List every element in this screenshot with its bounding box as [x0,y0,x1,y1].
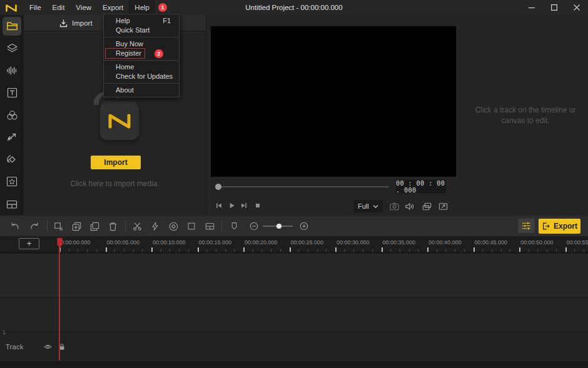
ruler-tick [565,247,567,252]
star-box-icon [3,172,21,191]
media-folder-icon [3,17,21,36]
sidebar-item-split-screen[interactable] [0,193,24,216]
ruler-tick [382,247,383,252]
add-copy-button[interactable] [68,220,85,232]
sidebar-item-transitions[interactable] [0,126,24,149]
play-button[interactable] [225,200,238,211]
canvas-hint-text: Click a track on the timeline or canvas … [464,105,587,126]
timeline-row-middle[interactable] [0,297,588,331]
volume-button[interactable] [404,201,415,212]
help-menu-item-home[interactable]: Home [104,62,179,72]
next-frame-button[interactable] [238,200,250,211]
ruler-tick [261,249,262,252]
timeline-track-row[interactable] [0,332,588,361]
sidebar-item-audio[interactable] [0,59,24,82]
menu-help[interactable]: Help [129,0,155,15]
cut-button[interactable] [128,220,146,232]
previous-frame-button[interactable] [213,200,225,211]
ruler-label: 0:00:00.000 [61,239,91,246]
ruler-tick [198,247,199,252]
fullscreen-button[interactable] [437,201,449,212]
stop-button[interactable] [251,200,264,211]
crop-button[interactable] [183,220,200,232]
playhead-flag[interactable] [57,238,63,248]
tab-import[interactable]: Import [59,18,93,28]
ruler-tick [427,247,428,252]
close-button[interactable] [565,0,588,15]
timecode-display: 00 : 00 : 00 . 000 [396,180,446,193]
ruler-tick [142,249,143,252]
export-icon [542,222,550,231]
sidebar-item-effects[interactable] [0,171,24,193]
seek-track[interactable] [220,186,389,187]
dual-screen-button[interactable] [421,201,432,212]
duplicate-button[interactable] [86,220,103,232]
ruler-tick [363,249,363,252]
sidebar-item-elements[interactable] [0,37,24,60]
seek-handle[interactable] [215,184,221,190]
help-menu-item-check-updates[interactable]: Check for Updates [104,72,179,81]
menu-export[interactable]: Export [97,0,129,15]
timeline-row-upper[interactable] [0,254,588,297]
ruler-tick [400,249,400,252]
help-menu-item-about[interactable]: About [104,86,179,95]
video-canvas[interactable] [211,26,456,177]
sidebar-item-filters[interactable] [0,104,24,126]
zoom-in-button[interactable] [295,220,313,232]
zoom-out-button[interactable] [245,220,263,232]
add-track-button[interactable]: + [19,238,39,249]
ruler-tick [474,247,475,252]
zoom-slider-handle[interactable] [276,224,281,229]
menu-view[interactable]: View [70,0,97,15]
ruler-tick [188,249,189,252]
ruler-tick [114,249,115,252]
help-menu-item-help[interactable]: Help F1 [104,16,179,26]
menu-separator [104,60,179,61]
sidebar-item-animation[interactable] [0,149,24,171]
timeline-ruler[interactable]: 0:00:00.00000:00:05.00000:00:10.00000:00… [0,236,588,253]
minimize-button[interactable] [520,0,543,15]
import-button[interactable]: Import [91,156,141,169]
toolbar-separator [125,221,126,231]
swap-arrows-icon [3,128,21,147]
ruler-tick [455,249,455,252]
sidebar-item-text[interactable] [0,82,24,104]
export-button[interactable]: Export [539,219,580,234]
track-visibility-eye-icon[interactable] [43,342,53,351]
playhead-line[interactable] [59,238,60,361]
timeline-zoom-slider[interactable] [263,226,293,227]
redo-button[interactable] [26,220,43,232]
help-menu-label: Help [116,17,130,24]
help-menu-item-buy-now[interactable]: Buy Now [104,39,179,49]
marker-button[interactable] [225,220,243,232]
track-settings-button[interactable] [518,219,535,233]
help-menu-item-quick-start[interactable]: Quick Start [104,26,179,35]
auto-split-button[interactable] [146,220,164,232]
ruler-tick [170,249,170,252]
ruler-tick [243,247,245,252]
sidebar-item-media[interactable] [0,15,24,37]
menu-edit[interactable]: Edit [47,0,71,15]
ruler-tick [87,249,88,252]
maximize-button[interactable] [543,0,565,15]
ruler-label: 00:00:35.000 [383,239,416,246]
ruler-tick [151,247,153,252]
ruler-label: 00:00:25.000 [291,239,324,246]
ruler-tick [234,249,235,252]
register-highlight-outline [105,48,145,59]
menu-file[interactable]: File [24,0,47,15]
delete-button[interactable] [104,220,121,232]
transport-controls [206,197,457,214]
split-screen-button[interactable] [201,220,218,232]
import-tray-icon [59,18,68,28]
preview-size-select[interactable]: Full [353,200,383,212]
text-icon [3,84,21,102]
snapshot-button[interactable] [388,201,400,212]
ruler-tick [179,249,180,252]
undo-button[interactable] [6,220,23,232]
ruler-tick [271,249,271,252]
deselect-button[interactable] [49,220,67,232]
keyframe-button[interactable] [165,220,182,232]
help-menu-item-register[interactable]: Register 2 [104,49,179,58]
preview-panel: Click a track on the timeline or canvas … [206,15,588,216]
